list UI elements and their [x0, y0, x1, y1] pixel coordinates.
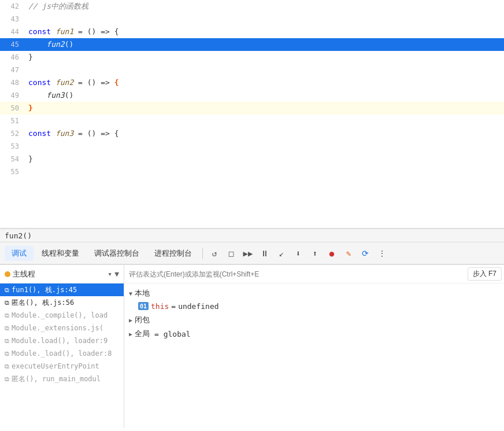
var-section-label-1: 闭包	[135, 315, 150, 325]
stack-item-icon: ⧉	[5, 286, 9, 294]
code-editor: 42// js中的函数栈4344const fun1 = () => {45 f…	[0, 0, 504, 229]
call-stack-header: 主线程 ▾ ▼	[0, 265, 124, 283]
code-line-47: 47	[0, 64, 504, 76]
var-items-0: 01this = undefined	[124, 300, 504, 312]
thread-status-dot	[5, 271, 10, 277]
code-line-49: 49 fun3()	[0, 89, 504, 102]
stack-item-7[interactable]: ⧉匿名(), run_main_modul	[0, 373, 124, 385]
stack-item-2[interactable]: ⧉Module._compile(), load	[0, 309, 124, 322]
line-content: fun3()	[26, 89, 73, 102]
stack-item-0[interactable]: ⧉fun1(), 栈.js:45	[0, 283, 124, 296]
code-line-50: 50}	[0, 102, 504, 115]
stack-item-label: fun1(), 栈.js:45	[12, 285, 77, 295]
line-content: const fun1 = () => {	[26, 25, 119, 38]
toolbar-btn-10[interactable]: ⋮	[374, 245, 390, 261]
var-section-header-1[interactable]: ▶闭包	[124, 314, 504, 326]
stack-list: ⧉fun1(), 栈.js:45⧉匿名(), 栈.js:56⧉Module._c…	[0, 283, 124, 428]
stack-item-label: 匿名(), run_main_modul	[12, 374, 101, 384]
stack-item-icon: ⧉	[5, 337, 9, 345]
stack-item-icon: ⧉	[5, 299, 9, 307]
code-line-53: 53	[0, 140, 504, 153]
toolbar-btn-8[interactable]: ✎	[340, 245, 357, 261]
var-arrow-2: ▶	[129, 331, 132, 337]
line-number: 52	[0, 127, 26, 140]
toolbar-btn-9[interactable]: ⟳	[357, 245, 373, 261]
variables-panel: 步入 F7 ▼本地01this = undefined▶闭包▶全局= globa…	[124, 265, 504, 428]
stack-item-label: 匿名(), 栈.js:56	[12, 298, 74, 308]
stack-item-1[interactable]: ⧉匿名(), 栈.js:56	[0, 296, 124, 309]
toolbar-btn-0[interactable]: ↺	[206, 245, 223, 261]
step-in-button[interactable]: 步入 F7	[468, 267, 502, 281]
line-number: 45	[0, 38, 26, 51]
line-number: 43	[0, 13, 26, 25]
eval-bar: 步入 F7	[124, 265, 504, 283]
code-line-44: 44const fun1 = () => {	[0, 25, 504, 38]
line-number: 54	[0, 153, 26, 165]
tab-调试[interactable]: 调试	[5, 246, 34, 261]
var-arrow-0: ▼	[129, 290, 132, 297]
variable-tree: ▼本地01this = undefined▶闭包▶全局= global	[124, 283, 504, 428]
toolbar-btn-1[interactable]: □	[223, 245, 239, 261]
stack-item-label: Module._load(), loader:8	[12, 349, 112, 358]
stack-item-6[interactable]: ⧉executeUserEntryPoint	[0, 360, 124, 373]
code-line-46: 46}	[0, 51, 504, 64]
toolbar-btn-3[interactable]: ⏸	[257, 245, 273, 261]
eval-input[interactable]	[127, 270, 468, 278]
toolbar-btn-4[interactable]: ↙	[273, 245, 290, 261]
toolbar-separator	[202, 248, 203, 259]
line-content: }	[26, 153, 33, 165]
line-number: 42	[0, 0, 26, 13]
var-name: this	[151, 302, 169, 311]
filter-icon[interactable]: ▾	[108, 270, 112, 278]
stack-item-icon: ⧉	[5, 363, 9, 370]
tab-线程和变量[interactable]: 线程和变量	[35, 246, 86, 261]
line-number: 50	[0, 102, 26, 115]
thread-label: 主线程	[13, 269, 105, 279]
toolbar-btn-5[interactable]: ⬇	[290, 245, 306, 261]
toolbar: 调试线程和变量调试器控制台进程控制台 ↺□▶▶⏸↙⬇⬆●✎⟳⋮	[0, 242, 504, 264]
toolbar-btn-7[interactable]: ●	[324, 245, 340, 261]
code-line-48: 48const fun2 = () => {	[0, 76, 504, 89]
code-line-54: 54}	[0, 153, 504, 165]
line-content: const fun3 = () => {	[26, 127, 119, 140]
line-number: 48	[0, 76, 26, 89]
code-line-51: 51	[0, 115, 504, 127]
var-section-1: ▶闭包	[124, 314, 504, 326]
line-content: const fun2 = () => {	[26, 76, 119, 89]
bottom-panel: 主线程 ▾ ▼ ⧉fun1(), 栈.js:45⧉匿名(), 栈.js:56⧉M…	[0, 264, 504, 428]
line-content: fun2()	[26, 38, 73, 51]
stack-item-label: Module.load(), loader:9	[12, 337, 108, 345]
stack-item-5[interactable]: ⧉Module._load(), loader:8	[0, 347, 124, 360]
filter-dropdown-icon[interactable]: ▼	[114, 270, 119, 278]
toolbar-btn-6[interactable]: ⬆	[307, 245, 323, 261]
line-number: 47	[0, 64, 26, 76]
var-value: undefined	[178, 302, 218, 311]
stack-item-icon: ⧉	[5, 325, 9, 332]
code-lines: 42// js中的函数栈4344const fun1 = () => {45 f…	[0, 0, 504, 228]
line-number: 55	[0, 165, 26, 178]
toolbar-btn-2[interactable]: ▶▶	[240, 245, 256, 261]
stack-item-label: Module._compile(), load	[12, 311, 108, 319]
line-content: }	[26, 102, 33, 115]
line-number: 44	[0, 25, 26, 38]
var-eq: =	[171, 302, 176, 311]
line-number: 53	[0, 140, 26, 153]
stack-item-3[interactable]: ⧉Module._extensions.js(	[0, 322, 124, 334]
var-section-header-0[interactable]: ▼本地	[124, 287, 504, 300]
line-content: // js中的函数栈	[26, 0, 88, 13]
line-number: 46	[0, 51, 26, 64]
callstack-bar: fun2()	[0, 229, 504, 242]
stack-item-4[interactable]: ⧉Module.load(), loader:9	[0, 334, 124, 347]
var-section-header-2[interactable]: ▶全局= global	[124, 327, 504, 340]
var-item-0: 01this = undefined	[138, 300, 504, 312]
stack-item-icon: ⧉	[5, 350, 9, 358]
var-index-badge: 01	[138, 302, 149, 310]
var-section-eq: = global	[154, 330, 191, 338]
tab-container: 调试线程和变量调试器控制台进程控制台	[5, 246, 199, 261]
code-line-45: 45 fun2()	[0, 38, 504, 51]
tab-进程控制台[interactable]: 进程控制台	[147, 246, 199, 261]
var-section-0: ▼本地01this = undefined	[124, 287, 504, 312]
stack-item-icon: ⧉	[5, 312, 9, 319]
code-line-55: 55	[0, 165, 504, 178]
tab-调试器控制台[interactable]: 调试器控制台	[87, 246, 146, 261]
